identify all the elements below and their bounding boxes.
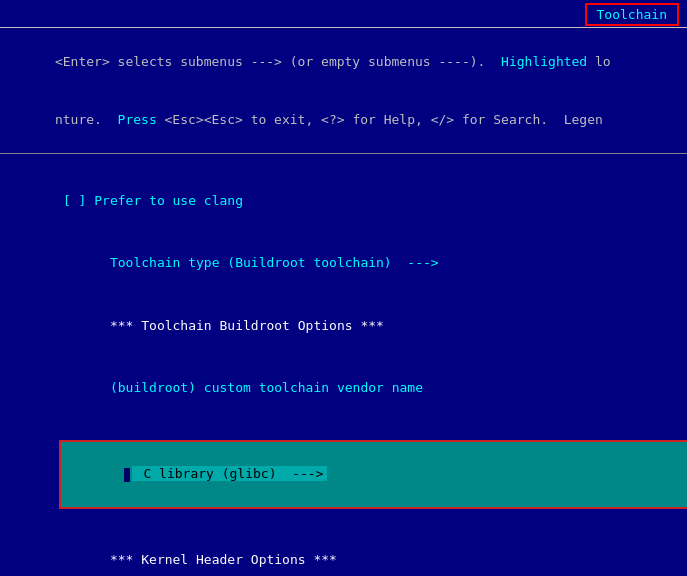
header-text: <Enter> selects submenus ---> (or empty … — [0, 28, 687, 154]
list-item[interactable]: (buildroot) custom toolchain vendor name — [16, 357, 671, 419]
top-bar: Toolchain — [0, 0, 687, 28]
list-item: *** Toolchain Buildroot Options *** — [16, 295, 671, 357]
main-content[interactable]: [ ] Prefer to use clang Toolchain type (… — [0, 162, 687, 576]
list-item: *** Kernel Header Options *** — [16, 530, 671, 576]
header-line1: <Enter> selects submenus ---> (or empty … — [8, 32, 679, 91]
screen: Toolchain <Enter> selects submenus ---> … — [0, 0, 687, 576]
selected-menu-item[interactable]: C library (glibc) ---> — [12, 420, 671, 530]
highlighted-label: Highlighted — [501, 54, 587, 69]
list-item[interactable]: [ ] Prefer to use clang — [16, 170, 671, 232]
title-box: Toolchain — [585, 3, 679, 26]
press-label: Press — [118, 112, 157, 127]
list-item[interactable]: Toolchain type (Buildroot toolchain) ---… — [16, 232, 671, 294]
window-title: Toolchain — [597, 7, 667, 22]
header-line2: nture. Press <Esc><Esc> to exit, <?> for… — [8, 91, 679, 150]
